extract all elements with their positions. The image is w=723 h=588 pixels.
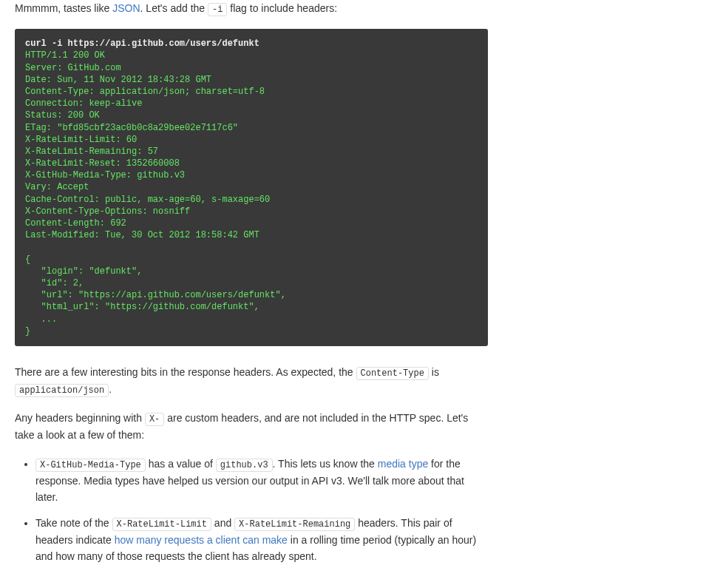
json-link[interactable]: JSON — [112, 2, 140, 14]
command-output: HTTP/1.1 200 OK Server: GitHub.com Date:… — [25, 50, 478, 337]
response-headers-paragraph: There are a few interesting bits in the … — [15, 364, 488, 398]
custom-headers-paragraph: Any headers beginning with X- are custom… — [15, 410, 488, 444]
text: flag to include headers: — [227, 2, 337, 14]
github-v3-code: github.v3 — [216, 459, 273, 472]
list-item: Take note of the X-RateLimit-Limit and X… — [35, 515, 488, 565]
x-prefix-code: X- — [145, 413, 164, 426]
media-type-link[interactable]: media type — [378, 458, 428, 470]
text: has a value of — [146, 458, 216, 470]
text: Any headers beginning with — [15, 412, 145, 424]
text: . This lets us know the — [273, 458, 378, 470]
text: is — [429, 366, 439, 378]
application-json-code: application/json — [15, 384, 109, 397]
header-notes-list: X-GitHub-Media-Type has a value of githu… — [15, 456, 488, 565]
github-media-type-code: X-GitHub-Media-Type — [35, 459, 146, 472]
command-line: curl -i https://api.github.com/users/def… — [25, 38, 478, 50]
text: . Let's add the — [140, 2, 208, 14]
rate-limit-link[interactable]: how many requests a client can make — [115, 534, 288, 546]
text: . — [109, 383, 112, 395]
text: There are a few interesting bits in the … — [15, 366, 356, 378]
text: and — [211, 517, 234, 529]
text: Take note of the — [35, 517, 112, 529]
flag-code: -i — [208, 3, 227, 16]
ratelimit-remaining-code: X-RateLimit-Remaining — [234, 518, 355, 531]
intro-paragraph: Mmmmm, tastes like JSON. Let's add the -… — [15, 0, 488, 17]
ratelimit-limit-code: X-RateLimit-Limit — [112, 518, 211, 531]
article-body: Mmmmm, tastes like JSON. Let's add the -… — [15, 0, 488, 565]
content-type-code: Content-Type — [356, 367, 429, 380]
list-item: X-GitHub-Media-Type has a value of githu… — [35, 456, 488, 506]
text: Mmmmm, tastes like — [15, 2, 112, 14]
code-block: curl -i https://api.github.com/users/def… — [15, 29, 488, 346]
